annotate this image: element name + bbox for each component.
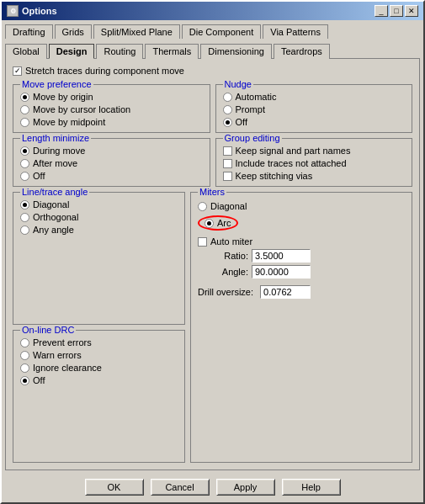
move-nudge-row: Move preference Move by origin Move by c…: [13, 84, 412, 133]
ratio-row: Ratio:: [198, 249, 405, 263]
angle-any-radio[interactable]: [20, 225, 29, 235]
nudge-automatic-radio[interactable]: [223, 93, 232, 102]
miters-panel: Miters Diagonal Arc: [190, 192, 412, 463]
ratio-label: Ratio:: [198, 251, 248, 261]
stretch-traces-label: Stretch traces during component move: [25, 66, 184, 76]
move-origin-row: Move by origin: [20, 92, 203, 102]
length-off-radio[interactable]: [20, 172, 29, 181]
miter-diagonal-row: Diagonal: [198, 201, 405, 211]
drc-off-label: Off: [33, 375, 45, 385]
angle-diagonal-label: Diagonal: [33, 199, 69, 210]
move-preference-panel: Move preference Move by origin Move by c…: [13, 84, 210, 133]
tab-global[interactable]: Global: [5, 44, 47, 59]
ok-button[interactable]: OK: [85, 479, 144, 496]
tab-split-mixed-plane[interactable]: Split/Mixed Plane: [93, 24, 180, 39]
ratio-input[interactable]: [252, 249, 311, 263]
nudge-group: Automatic Prompt Off: [223, 92, 406, 127]
group-keep-stitching-row: Keep stitching vias: [223, 171, 406, 181]
length-minimize-group: During move After move Off: [20, 146, 203, 181]
group-keep-stitching-checkbox[interactable]: [223, 172, 232, 181]
group-editing-panel: Group editing Keep signal and part names…: [215, 138, 413, 187]
move-cursor-row: Move by cursor location: [20, 104, 203, 114]
stretch-traces-checkbox[interactable]: [13, 66, 22, 76]
miter-diagonal-radio[interactable]: [198, 202, 207, 211]
length-during-radio[interactable]: [20, 146, 29, 156]
group-keep-stitching-label: Keep stitching vias: [236, 171, 313, 181]
nudge-prompt-label: Prompt: [236, 104, 265, 114]
online-drc-group: Prevent errors Warn errors Ignore cleara…: [20, 337, 178, 385]
maximize-button[interactable]: □: [390, 5, 403, 17]
length-after-radio[interactable]: [20, 159, 29, 168]
move-cursor-radio[interactable]: [20, 105, 29, 114]
arc-highlight: Arc: [198, 215, 238, 231]
length-off-label: Off: [33, 171, 45, 181]
angle-orthogonal-row: Orthogonal: [20, 212, 178, 222]
nudge-prompt-row: Prompt: [223, 104, 406, 114]
minimize-button[interactable]: _: [375, 5, 388, 17]
group-include-traces-row: Include traces not attached: [223, 158, 406, 168]
group-include-traces-label: Include traces not attached: [236, 158, 347, 168]
tab-thermals[interactable]: Thermals: [145, 44, 199, 59]
tab-dimensioning[interactable]: Dimensioning: [200, 44, 272, 59]
move-midpoint-label: Move by midpoint: [33, 117, 105, 127]
window-title: Options: [22, 6, 57, 16]
angle-orthogonal-radio[interactable]: [20, 213, 29, 222]
footer: OK Cancel Apply Help: [2, 474, 423, 502]
angle-orthogonal-label: Orthogonal: [33, 212, 78, 222]
nudge-panel: Nudge Automatic Prompt Off: [215, 84, 413, 133]
drc-warn-label: Warn errors: [33, 350, 82, 360]
drc-ignore-radio[interactable]: [20, 363, 29, 373]
length-during-label: During move: [33, 146, 85, 156]
angle-input[interactable]: [252, 265, 311, 279]
group-keep-signal-checkbox[interactable]: [223, 146, 232, 156]
group-include-traces-checkbox[interactable]: [223, 159, 232, 168]
nudge-off-label: Off: [236, 117, 247, 127]
tab-routing[interactable]: Routing: [96, 44, 143, 59]
nudge-prompt-radio[interactable]: [223, 105, 232, 114]
move-midpoint-row: Move by midpoint: [20, 117, 203, 127]
group-editing-title: Group editing: [223, 133, 282, 143]
drill-oversize-input[interactable]: [260, 285, 311, 299]
length-off-row: Off: [20, 171, 203, 181]
cancel-button[interactable]: Cancel: [151, 479, 210, 496]
apply-button[interactable]: Apply: [216, 479, 275, 496]
tab-row-1: Drafting Grids Split/Mixed Plane Die Com…: [2, 20, 423, 38]
length-after-label: After move: [33, 158, 77, 168]
angle-diagonal-radio[interactable]: [20, 200, 29, 210]
move-origin-radio[interactable]: [20, 93, 29, 102]
length-minimize-panel: Length minimize During move After move O…: [13, 138, 210, 187]
online-drc-panel: On-line DRC Prevent errors Warn errors: [13, 330, 185, 463]
group-keep-signal-label: Keep signal and part names: [236, 146, 351, 156]
move-preference-title: Move preference: [20, 79, 93, 89]
length-group-row: Length minimize During move After move O…: [13, 138, 412, 187]
nudge-off-radio[interactable]: [223, 118, 232, 127]
tab-grids[interactable]: Grids: [55, 24, 92, 39]
auto-miter-checkbox[interactable]: [198, 237, 207, 247]
tab-via-patterns[interactable]: Via Patterns: [263, 24, 328, 39]
angle-row: Angle:: [198, 265, 405, 279]
miter-arc-label: Arc: [217, 218, 231, 228]
move-cursor-label: Move by cursor location: [33, 104, 130, 114]
drc-off-radio[interactable]: [20, 376, 29, 385]
drc-warn-radio[interactable]: [20, 351, 29, 360]
angle-any-label: Any angle: [33, 225, 74, 235]
nudge-off-row: Off: [223, 117, 406, 127]
miter-arc-radio[interactable]: [205, 219, 214, 228]
tab-drafting[interactable]: Drafting: [5, 24, 53, 39]
group-editing-group: Keep signal and part names Include trace…: [223, 146, 406, 181]
auto-miter-row: Auto miter: [198, 236, 405, 247]
move-midpoint-radio[interactable]: [20, 118, 29, 127]
tab-design[interactable]: Design: [49, 44, 95, 59]
drc-prevent-row: Prevent errors: [20, 337, 178, 347]
tab-die-component[interactable]: Die Component: [182, 24, 261, 39]
tab-teardrops[interactable]: Teardrops: [274, 44, 330, 59]
group-keep-signal-row: Keep signal and part names: [223, 146, 406, 156]
angle-label: Angle:: [198, 267, 248, 277]
help-button[interactable]: Help: [282, 479, 341, 496]
nudge-automatic-label: Automatic: [236, 92, 277, 102]
close-button[interactable]: ✕: [405, 5, 418, 17]
online-drc-title: On-line DRC: [20, 325, 76, 335]
drc-prevent-radio[interactable]: [20, 338, 29, 347]
auto-miter-label: Auto miter: [210, 236, 252, 247]
drc-off-row: Off: [20, 375, 178, 385]
